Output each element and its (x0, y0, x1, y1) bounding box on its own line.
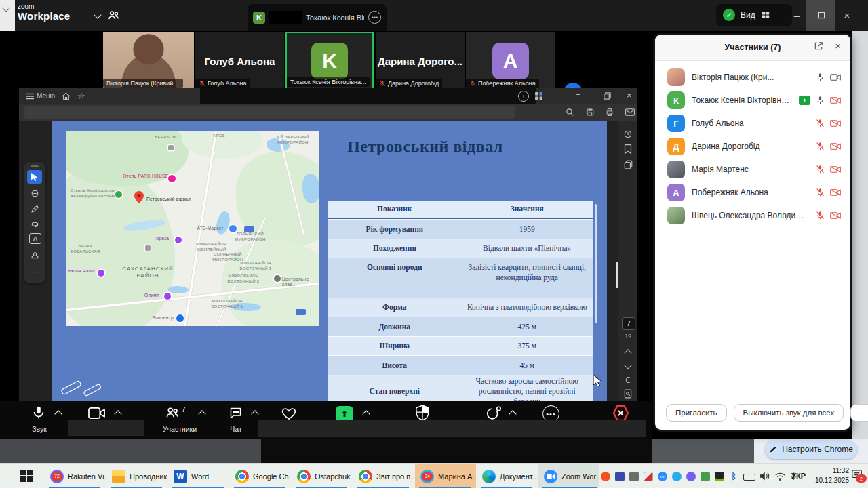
mail-icon[interactable] (625, 108, 635, 116)
tray-battery-icon[interactable] (743, 474, 755, 481)
tray-screenshare-icon[interactable] (701, 472, 710, 481)
participant-row[interactable]: Г Голуб Альона (655, 112, 850, 135)
mic-on-icon[interactable] (816, 96, 825, 105)
chat-icon[interactable] (229, 406, 243, 420)
camera-on-icon[interactable] (830, 73, 841, 81)
doc-scrollbar-thumb[interactable] (616, 262, 618, 288)
taskbar-item-chrome-3[interactable]: Звіт про п... (353, 464, 414, 488)
taskbar-item-explorer[interactable]: Проводник (106, 464, 167, 488)
end-meeting-button[interactable] (612, 404, 630, 422)
participant-row[interactable]: Марія Мартенс (655, 158, 850, 181)
home-button[interactable] (62, 92, 71, 100)
doc-minimize-button[interactable]: – (576, 90, 580, 98)
chat-label[interactable]: Чат (221, 425, 251, 433)
participants-label[interactable]: Участники (151, 425, 209, 433)
taskbar-clock[interactable]: 11:32 10.12.2025 (815, 466, 849, 485)
taskbar-item-chrome-2[interactable]: Ostapchuk ... (292, 464, 353, 488)
gallery-view-icon[interactable] (761, 10, 770, 20)
taskbar-item-word[interactable]: W Word (168, 464, 229, 488)
save-icon[interactable] (586, 108, 595, 117)
taskbar-item-zoom[interactable]: Zoom Wor... (538, 464, 599, 488)
security-ok-icon[interactable]: ✓ (723, 9, 735, 21)
bookmark-icon[interactable] (624, 144, 632, 154)
video-tile-tokaiuk-active[interactable]: K Токаюк Ксенія Вікторівна... (285, 32, 374, 90)
pages-icon[interactable] (624, 160, 633, 169)
chevron-down-icon[interactable] (2, 4, 9, 12)
video-tile-viktoria[interactable]: Вікторія Пацюк (Кривий ... (103, 32, 194, 90)
favorite-button[interactable]: ☆ (77, 91, 85, 101)
participant-row[interactable]: А Побережняк Альона (655, 181, 850, 204)
tray-nvidia-icon[interactable] (715, 472, 724, 481)
camera-icon[interactable] (88, 407, 105, 420)
text-tool[interactable]: A (29, 233, 41, 244)
palette-drag-handle[interactable] (31, 165, 39, 167)
participant-row[interactable]: К Токаюк Ксенія Вікторівна, здобув... (655, 89, 850, 112)
mic-off-icon[interactable] (816, 119, 825, 128)
taskbar-item-chrome-1[interactable]: Google Ch... (230, 464, 291, 488)
customize-chrome-button[interactable]: Настроить Chrome (765, 440, 857, 459)
lasso-tool[interactable] (27, 218, 42, 231)
tray-bluetooth-icon[interactable]: ᛒ (729, 472, 738, 481)
panel-close-icon[interactable]: × (835, 40, 841, 52)
page-number-box[interactable]: 7 (622, 317, 635, 330)
mic-off-icon[interactable] (816, 165, 825, 174)
notification-center[interactable]: 2 (852, 470, 864, 481)
camera-off-icon[interactable] (830, 142, 841, 150)
mic-off-icon[interactable] (816, 211, 825, 220)
chevron-down-icon[interactable] (94, 11, 101, 18)
history-icon[interactable] (623, 129, 633, 139)
tray-viber-icon[interactable] (686, 472, 696, 481)
tray-volume-icon[interactable] (760, 472, 770, 481)
share-options-chevron[interactable] (362, 410, 370, 418)
camera-off-icon[interactable] (830, 119, 841, 127)
comment-tool[interactable] (27, 186, 42, 200)
close-button[interactable]: × (834, 0, 860, 30)
participants-icon[interactable] (165, 405, 180, 420)
camera-off-icon[interactable] (830, 165, 841, 174)
menu-button[interactable]: Меню (26, 92, 55, 100)
meeting-tab[interactable]: K Токаюк Ксенія Вікторівн ••• (248, 4, 387, 30)
mic-icon[interactable] (31, 405, 46, 420)
select-tool[interactable] (27, 170, 42, 184)
tray-folder-icon[interactable] (629, 472, 639, 481)
view-label[interactable]: Вид (741, 10, 755, 20)
tray-shield-icon[interactable] (615, 472, 625, 481)
security-shield-icon[interactable] (415, 405, 430, 421)
video-options-chevron[interactable] (114, 410, 121, 418)
minimize-button[interactable]: – (784, 0, 810, 30)
participant-row[interactable]: Швець Олександра Володимирівна, з... (655, 204, 850, 227)
tray-flame-icon[interactable] (601, 472, 610, 481)
camera-off-icon[interactable] (830, 96, 841, 104)
participant-row[interactable]: Вікторія Пацюк (Кри... (655, 66, 850, 89)
tray-zoom-icon[interactable]: zm (658, 472, 667, 481)
taskbar-item-rakuten-viber[interactable]: 72 Rakuten Vi... (45, 464, 106, 488)
pop-out-icon[interactable] (814, 41, 823, 51)
doc-restore-button[interactable] (604, 92, 611, 100)
mic-on-icon[interactable] (816, 73, 825, 82)
reactions-heart-icon[interactable] (281, 406, 297, 420)
taskbar-item-edge[interactable]: Документ... (477, 464, 538, 488)
maximize-button[interactable] (808, 0, 834, 30)
info-icon[interactable]: i (518, 91, 529, 102)
tray-wifi-icon[interactable] (775, 472, 785, 481)
stamp-tool[interactable] (27, 249, 42, 262)
record-icon[interactable] (486, 405, 502, 421)
search-icon[interactable] (566, 108, 574, 117)
print-icon[interactable] (605, 108, 614, 117)
extensions-grid-icon[interactable] (534, 92, 543, 100)
page-down-icon[interactable] (624, 361, 631, 369)
video-tile-daryna[interactable]: Дарина Дорого... Дарина Дорогобід (376, 32, 465, 90)
chat-options-chevron[interactable] (251, 410, 258, 418)
doc-close-button[interactable]: × (627, 90, 632, 100)
page-up-icon[interactable] (624, 349, 631, 357)
participants-options-chevron[interactable] (198, 410, 205, 418)
mic-off-icon[interactable] (816, 188, 825, 197)
taskbar-item-telegram[interactable]: 34 Марина А... (415, 464, 476, 488)
record-options-chevron[interactable] (509, 410, 516, 418)
start-button[interactable] (20, 470, 33, 482)
mic-off-icon[interactable] (816, 142, 825, 151)
tray-defender-icon[interactable] (644, 472, 653, 481)
language-indicator[interactable]: УКР (791, 472, 806, 480)
refresh-icon[interactable]: C (618, 375, 637, 385)
table-scrollbar[interactable] (595, 204, 597, 323)
